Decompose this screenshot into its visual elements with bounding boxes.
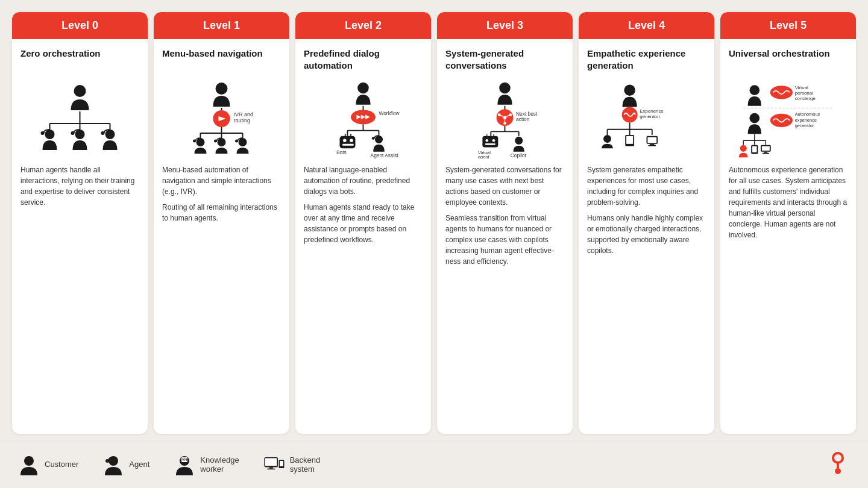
legend-customer-label: Customer	[45, 460, 78, 469]
svg-point-132	[835, 468, 841, 474]
level-2-card: Level 2 Predefined dialog automation Wor…	[295, 12, 431, 434]
legend-agent-label: Agent	[129, 460, 149, 469]
svg-point-131	[833, 453, 843, 463]
legend-backend-system-label: Backend system	[290, 455, 321, 474]
svg-text:experience: experience	[795, 117, 817, 123]
svg-point-44	[350, 139, 353, 143]
level-5-title: Universal orchestration	[729, 48, 848, 74]
svg-rect-126	[269, 467, 272, 468]
level-5-header: Level 5	[720, 12, 856, 39]
level-3-header: Level 3	[437, 12, 573, 39]
svg-point-69	[485, 139, 488, 142]
svg-point-78	[624, 84, 635, 96]
level-1-title: Menu-based navigation	[162, 48, 281, 74]
svg-point-130	[281, 466, 282, 468]
footer: Customer Agent VPN Knowledge worker	[0, 440, 868, 488]
svg-point-118	[24, 456, 34, 466]
svg-text:routing: routing	[234, 117, 251, 124]
svg-point-31	[357, 83, 369, 94]
svg-text:concierge: concierge	[795, 96, 816, 101]
svg-rect-42	[340, 136, 356, 148]
svg-text:Experience: Experience	[640, 108, 664, 114]
svg-text:action: action	[516, 116, 530, 122]
level-4-card: Level 4 Empathetic experience generation…	[579, 12, 714, 434]
svg-rect-93	[650, 144, 654, 145]
svg-rect-125	[265, 458, 277, 466]
svg-point-26	[193, 140, 196, 143]
brand-logo	[826, 447, 850, 481]
svg-rect-94	[648, 145, 656, 146]
svg-rect-89	[626, 136, 633, 144]
svg-point-43	[343, 139, 347, 143]
svg-rect-129	[280, 461, 283, 466]
level-3-title: System-generated conversations	[445, 48, 564, 74]
svg-point-120	[105, 459, 109, 463]
svg-point-0	[74, 85, 86, 97]
level-4-header: Level 4	[579, 12, 714, 39]
level-4-title: Empathetic experience generation	[587, 48, 706, 74]
svg-rect-68	[482, 136, 498, 148]
level-1-diagram: IVR and routing	[162, 80, 281, 158]
svg-point-10	[75, 130, 85, 139]
main-content: Level 0 Zero orchestration	[0, 0, 868, 440]
legend-knowledge-worker-label: Knowledge worker	[200, 455, 239, 474]
svg-rect-117	[763, 153, 769, 154]
svg-text:Virtual: Virtual	[795, 85, 808, 90]
level-1-card: Level 1 Menu-based navigation IVR and ro…	[154, 12, 289, 434]
svg-point-57	[509, 113, 512, 116]
svg-point-8	[45, 130, 55, 139]
svg-point-95	[749, 85, 760, 95]
svg-point-76	[515, 137, 523, 145]
svg-point-56	[498, 113, 501, 116]
svg-rect-92	[647, 137, 656, 143]
level-5-diagram: Virtual personal concierge Autonomous ex…	[729, 80, 848, 158]
level-4-diagram: Experience generator	[587, 80, 706, 158]
svg-text:IVR and: IVR and	[234, 111, 254, 117]
level-0-title: Zero orchestration	[20, 48, 139, 74]
svg-text:agent: agent	[478, 154, 489, 158]
level-5-desc: Autonomous experience generation for all…	[729, 164, 848, 427]
svg-rect-115	[762, 146, 770, 151]
svg-point-25	[197, 138, 205, 146]
svg-point-30	[235, 140, 238, 143]
svg-point-58	[503, 122, 506, 125]
svg-point-29	[239, 138, 247, 146]
svg-point-11	[71, 131, 75, 135]
level-1-desc: Menu-based automation of navigation and …	[162, 164, 281, 427]
svg-point-101	[749, 113, 760, 124]
level-3-desc: System-generated conversations for many …	[445, 164, 564, 427]
level-2-header: Level 2	[295, 12, 431, 39]
svg-point-12	[105, 130, 115, 139]
svg-text:generator: generator	[795, 123, 814, 128]
svg-point-14	[216, 83, 228, 95]
level-2-desc: Natural language-enabled automation of r…	[304, 164, 423, 427]
legend-customer: Customer	[18, 454, 78, 475]
svg-text:Workflow: Workflow	[379, 110, 400, 116]
svg-text:Autonomous: Autonomous	[795, 111, 820, 117]
level-1-header: Level 1	[154, 12, 289, 39]
level-5-card: Level 5 Universal orchestration Virtual …	[720, 12, 856, 434]
svg-text:VPN: VPN	[182, 458, 189, 461]
svg-text:Agent Assist: Agent Assist	[371, 152, 399, 158]
svg-text:Bots: Bots	[336, 149, 347, 155]
svg-point-87	[603, 135, 611, 143]
level-0-card: Level 0 Zero orchestration	[12, 12, 148, 434]
svg-point-70	[492, 139, 495, 142]
level-0-diagram	[20, 80, 139, 158]
svg-point-49	[375, 136, 383, 143]
svg-text:personal: personal	[795, 90, 813, 96]
legend-backend-system: Backend system	[263, 454, 321, 475]
svg-text:generator: generator	[640, 114, 660, 119]
svg-rect-127	[267, 468, 275, 469]
level-2-title: Predefined dialog automation	[304, 48, 423, 74]
level-0-desc: Human agents handle all interactions, re…	[20, 164, 139, 427]
level-2-diagram: Workflow Bots	[304, 80, 423, 158]
svg-point-52	[499, 83, 511, 94]
legend-knowledge-worker: VPN Knowledge worker	[174, 454, 239, 475]
svg-text:Copilot: Copilot	[511, 152, 527, 158]
svg-rect-45	[342, 144, 354, 146]
svg-point-27	[218, 138, 226, 146]
level-3-card: Level 3 System-generated conversations	[437, 12, 573, 434]
svg-point-28	[214, 140, 217, 143]
svg-point-55	[503, 116, 507, 119]
